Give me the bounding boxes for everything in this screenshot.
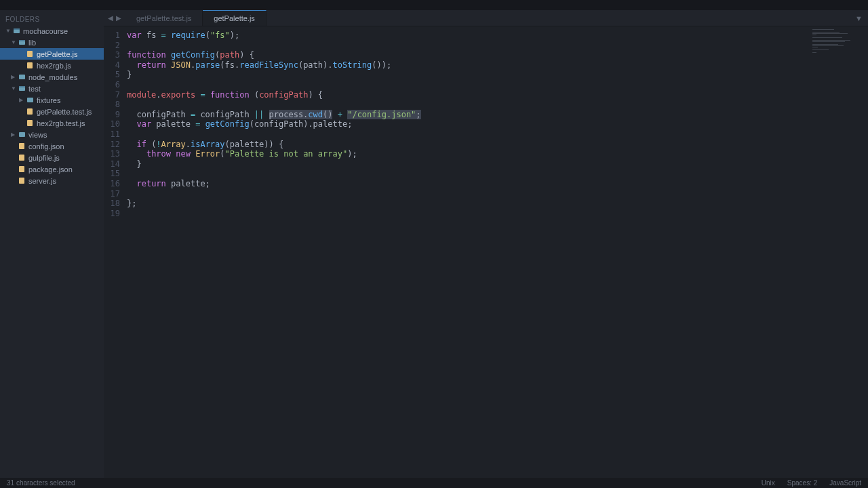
tree-item-fixtures[interactable]: ▶fixtures <box>0 94 104 106</box>
file-tree: ▼mochacourse▼libgetPalette.jshex2rgb.js▶… <box>0 25 104 186</box>
window-titlebar <box>0 0 868 10</box>
editor-area: ◀ ▶ getPalette.test.jsgetPalette.js ▼ 12… <box>104 10 868 478</box>
tree-item-label: getPalette.test.js <box>37 108 92 116</box>
line-gutter: 12345678910111213141516171819 <box>104 30 127 478</box>
sidebar-header: FOLDERS <box>0 14 104 25</box>
status-language[interactable]: JavaScript <box>829 479 861 487</box>
disclosure-arrow-icon[interactable]: ▶ <box>11 131 18 138</box>
code-content[interactable]: var fs = require("fs"); function getConf… <box>127 30 868 478</box>
disclosure-arrow-icon[interactable]: ▶ <box>19 97 26 103</box>
code-editor[interactable]: 12345678910111213141516171819 var fs = r… <box>104 26 868 478</box>
tree-item-getPalette-js[interactable]: getPalette.js <box>0 48 104 60</box>
tree-item-label: gulpfile.js <box>28 154 60 162</box>
file-icon <box>26 50 34 58</box>
nav-next-icon[interactable]: ▶ <box>116 14 121 22</box>
status-encoding[interactable]: Unix <box>762 479 775 487</box>
file-icon <box>26 108 34 116</box>
tree-item-label: hex2rgb.test.js <box>37 119 85 127</box>
tree-item-node_modules[interactable]: ▶node_modules <box>0 71 104 83</box>
file-icon <box>26 62 34 70</box>
tree-item-hex2rgb-js[interactable]: hex2rgb.js <box>0 60 104 71</box>
disclosure-arrow-icon[interactable]: ▶ <box>11 74 18 80</box>
tree-item-getPalette-test-js[interactable]: getPalette.test.js <box>0 106 104 117</box>
disclosure-arrow-icon[interactable]: ▼ <box>11 85 18 92</box>
tree-item-hex2rgb-test-js[interactable]: hex2rgb.test.js <box>0 117 104 129</box>
folder-icon <box>12 27 20 35</box>
status-bar: 31 characters selected Unix Spaces: 2 Ja… <box>0 478 868 488</box>
disclosure-arrow-icon[interactable]: ▼ <box>11 39 18 45</box>
status-selection: 31 characters selected <box>7 479 762 487</box>
status-indent[interactable]: Spaces: 2 <box>787 479 817 487</box>
tab-getPalette-js[interactable]: getPalette.js <box>203 10 267 26</box>
file-icon <box>18 142 26 150</box>
disclosure-arrow-icon[interactable]: ▼ <box>5 28 12 34</box>
tree-item-label: test <box>28 85 41 93</box>
tree-item-label: config.json <box>28 142 64 150</box>
tree-item-label: package.json <box>28 165 73 174</box>
folder-icon <box>18 39 26 47</box>
file-icon <box>18 165 26 174</box>
folder-icon <box>26 96 34 104</box>
minimap[interactable] <box>812 29 867 70</box>
tree-item-label: hex2rgb.js <box>37 62 71 70</box>
tree-item-server-js[interactable]: server.js <box>0 175 104 186</box>
tree-item-gulpfile-js[interactable]: gulpfile.js <box>0 152 104 163</box>
tab-overflow-icon[interactable]: ▼ <box>850 10 868 26</box>
tree-item-mochacourse[interactable]: ▼mochacourse <box>0 25 104 37</box>
folder-icon <box>18 73 26 81</box>
file-icon <box>26 119 34 127</box>
nav-prev-icon[interactable]: ◀ <box>108 14 113 22</box>
folder-icon <box>18 85 26 93</box>
tab-bar: ◀ ▶ getPalette.test.jsgetPalette.js ▼ <box>104 10 868 26</box>
tree-item-label: getPalette.js <box>37 50 78 58</box>
tree-item-config-json[interactable]: config.json <box>0 140 104 152</box>
tree-item-label: server.js <box>28 177 56 185</box>
file-icon <box>18 177 26 185</box>
tree-item-lib[interactable]: ▼lib <box>0 37 104 48</box>
tree-item-package-json[interactable]: package.json <box>0 163 104 175</box>
tab-getPalette-test-js[interactable]: getPalette.test.js <box>125 10 203 26</box>
sidebar: FOLDERS ▼mochacourse▼libgetPalette.jshex… <box>0 10 104 478</box>
tree-item-label: lib <box>28 39 36 47</box>
tree-item-views[interactable]: ▶views <box>0 129 104 140</box>
folder-icon <box>18 131 26 139</box>
tree-item-label: views <box>28 131 47 139</box>
file-icon <box>18 154 26 162</box>
tree-item-label: node_modules <box>28 73 77 81</box>
tree-item-label: mochacourse <box>23 27 68 35</box>
tree-item-label: fixtures <box>37 96 60 104</box>
tree-item-test[interactable]: ▼test <box>0 83 104 94</box>
